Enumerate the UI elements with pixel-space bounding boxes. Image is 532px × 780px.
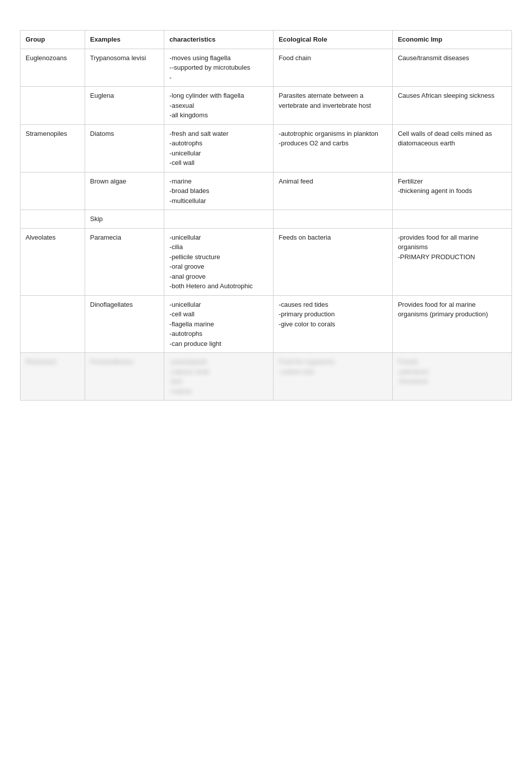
table-cell: Brown algae: [85, 172, 164, 210]
table-cell: -fresh and salt water-autotrophs-unicell…: [164, 124, 274, 172]
table-cell: Food chain: [274, 49, 393, 87]
table-cell: [274, 210, 393, 229]
table-row: EuglenozoansTrypanosoma levisi-moves usi…: [21, 49, 512, 87]
table-cell: Cell walls of dead cells mined as diatom…: [393, 124, 512, 172]
table-cell: Animal feed: [274, 172, 393, 210]
table-cell: Stramenopiles: [21, 124, 85, 172]
table-cell: -autotrophic organisms in plankton-produ…: [274, 124, 393, 172]
table-cell: Paramecia: [85, 228, 164, 295]
table-cell: Skip: [85, 210, 164, 229]
table-cell: Euglenozoans: [21, 49, 85, 87]
table-cell: Causes African sleeping sickness: [393, 87, 512, 125]
table-cell: [393, 210, 512, 229]
col-header-ecological-role: Ecological Role: [274, 31, 393, 49]
table-cell: -long cylinder with flagella-asexual-all…: [164, 87, 274, 125]
col-header-examples: Examples: [85, 31, 164, 49]
table-row: AlveolatesParamecia-unicellular-cilia-pe…: [21, 228, 512, 295]
col-header-group: Group: [21, 31, 85, 49]
table-cell: -provides food for all marine organisms-…: [393, 228, 512, 295]
table-cell: Fertilizer-thickening agent in foods: [393, 172, 512, 210]
table-row: RhizariansForaminiferans-pseudopods-calc…: [21, 353, 512, 401]
table-cell: Feeds on bacteria: [274, 228, 393, 295]
table-cell: Euglena: [85, 87, 164, 125]
table-row: StramenopilesDiatoms-fresh and salt wate…: [21, 124, 512, 172]
table-cell: [164, 210, 274, 229]
table-cell: Dinoflagellates: [85, 295, 164, 353]
table-row: Skip: [21, 210, 512, 229]
table-cell: Rhizarians: [21, 353, 85, 401]
table-cell: Food for organisms-carbon sink: [274, 353, 393, 401]
table-cell: Foraminiferans: [85, 353, 164, 401]
table-cell: [21, 87, 85, 125]
table-cell: Cause/transmit diseases: [393, 49, 512, 87]
table-row: Brown algae-marine-broad blades-multicel…: [21, 172, 512, 210]
table-row: Euglena-long cylinder with flagella-asex…: [21, 87, 512, 125]
table-cell: -pseudopods-calcium shell-test-marine: [164, 353, 274, 401]
table-cell: Provides food for al marine organisms (p…: [393, 295, 512, 353]
table-cell: -causes red tides-primary production-giv…: [274, 295, 393, 353]
header-row: Group Examples characteristics Ecologica…: [21, 31, 512, 49]
table-cell: -unicellular-cilia-pellicile structure-o…: [164, 228, 274, 295]
col-header-characteristics: characteristics: [164, 31, 274, 49]
table-cell: -marine-broad blades-multicellular: [164, 172, 274, 210]
table-cell: Parasites aternate between a vertebrate …: [274, 87, 393, 125]
table-cell: Alveolates: [21, 228, 85, 295]
table-cell: -moves using flagella--supported by micr…: [164, 49, 274, 87]
col-header-economic-imp: Economic Imp: [393, 31, 512, 49]
table-cell: Fossils-petroleum-limestone: [393, 353, 512, 401]
table-cell: -unicellular-cell wall-flagella marine-a…: [164, 295, 274, 353]
table-cell: Trypanosoma levisi: [85, 49, 164, 87]
table-cell: Diatoms: [85, 124, 164, 172]
table-row: Dinoflagellates-unicellular-cell wall-fl…: [21, 295, 512, 353]
table-cell: [21, 295, 85, 353]
protists-table: Group Examples characteristics Ecologica…: [20, 30, 512, 401]
table-cell: [21, 210, 85, 229]
table-cell: [21, 172, 85, 210]
